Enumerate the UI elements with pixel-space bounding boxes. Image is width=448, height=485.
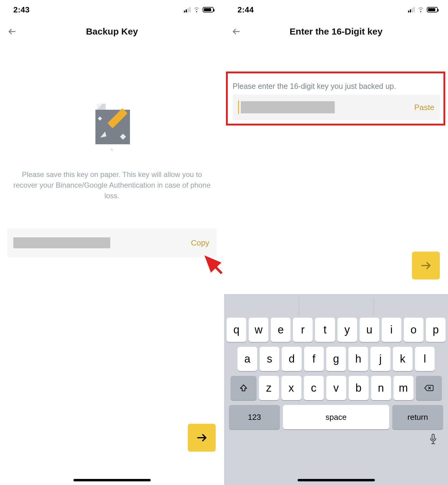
wifi-icon [417, 7, 424, 12]
keyboard-suggestions[interactable] [224, 298, 448, 316]
input-value-redacted [241, 101, 335, 113]
arrow-left-icon [232, 27, 241, 36]
key-t[interactable]: t [315, 318, 335, 342]
dictation-icon[interactable] [429, 433, 438, 446]
key-x[interactable]: x [281, 376, 301, 400]
write-note-icon [89, 101, 135, 153]
arrow-left-icon [8, 27, 17, 36]
backspace-icon [424, 384, 434, 392]
key-k[interactable]: k [393, 347, 413, 371]
key-return[interactable]: return [392, 405, 443, 429]
cellular-icon [408, 7, 415, 12]
page-title: Enter the 16-Digit key [224, 26, 448, 37]
header: Backup Key [0, 19, 224, 44]
key-d[interactable]: d [282, 347, 301, 371]
key-m[interactable]: m [393, 376, 413, 400]
home-indicator[interactable] [297, 479, 375, 481]
key-a[interactable]: a [237, 347, 257, 371]
keyboard-row-3: z x c v b n m [227, 376, 446, 400]
back-button[interactable] [3, 22, 21, 41]
key-z[interactable]: z [259, 376, 279, 400]
key-input[interactable]: Paste [233, 95, 440, 120]
screen-enter-key: 2:44 Enter the 16-Digit key Please enter… [224, 0, 448, 485]
key-p[interactable]: p [426, 318, 446, 342]
backup-key-value-redacted [13, 237, 110, 248]
status-icons [184, 7, 214, 12]
cellular-icon [184, 7, 191, 12]
shift-icon [239, 384, 248, 392]
key-q[interactable]: q [227, 318, 246, 342]
text-cursor [238, 101, 239, 114]
status-time: 2:43 [13, 5, 30, 15]
svg-line-11 [208, 259, 222, 273]
arrow-right-icon [420, 259, 432, 272]
ios-keyboard: q w e r t y u i o p a s d f g h [224, 294, 448, 485]
key-w[interactable]: w [249, 318, 268, 342]
key-b[interactable]: b [349, 376, 369, 400]
keyboard-row-1: q w e r t y u i o p [227, 318, 446, 342]
key-shift[interactable] [231, 376, 257, 400]
key-g[interactable]: g [326, 347, 346, 371]
status-icons [408, 7, 438, 12]
key-s[interactable]: s [260, 347, 279, 371]
key-v[interactable]: v [326, 376, 346, 400]
keyboard-row-2: a s d f g h j k l [227, 347, 446, 371]
back-button[interactable] [227, 22, 245, 41]
key-u[interactable]: u [360, 318, 379, 342]
keyboard-row-4: 123 space return [227, 405, 446, 429]
next-button[interactable] [188, 424, 216, 452]
key-r[interactable]: r [293, 318, 313, 342]
status-bar: 2:43 [0, 0, 224, 19]
arrow-right-icon [196, 432, 208, 444]
screen-backup-key: 2:43 Backup Key [0, 0, 224, 485]
status-bar: 2:44 [224, 0, 448, 19]
svg-rect-8 [110, 148, 113, 151]
key-h[interactable]: h [348, 347, 368, 371]
key-f[interactable]: f [304, 347, 324, 371]
battery-icon [427, 7, 438, 12]
key-n[interactable]: n [371, 376, 391, 400]
key-o[interactable]: o [404, 318, 423, 342]
wifi-icon [193, 7, 200, 12]
key-e[interactable]: e [271, 318, 290, 342]
next-button[interactable] [412, 252, 440, 279]
key-123[interactable]: 123 [229, 405, 280, 429]
key-i[interactable]: i [382, 318, 401, 342]
prompt-text: Please enter the 16-digit key you just b… [233, 82, 396, 91]
status-time: 2:44 [237, 5, 254, 15]
home-indicator[interactable] [73, 479, 151, 481]
page-title: Backup Key [0, 26, 224, 37]
paste-button[interactable]: Paste [414, 103, 435, 112]
key-l[interactable]: l [415, 347, 435, 371]
battery-icon [203, 7, 214, 12]
backup-key-field: Copy [7, 228, 217, 257]
copy-button[interactable]: Copy [191, 238, 209, 248]
key-backspace[interactable] [416, 376, 442, 400]
description-text: Please save this key on paper. This key … [7, 169, 217, 201]
key-j[interactable]: j [370, 347, 390, 371]
illustration [7, 101, 217, 153]
key-y[interactable]: y [337, 318, 357, 342]
key-space[interactable]: space [283, 405, 389, 429]
header: Enter the 16-Digit key [224, 19, 448, 44]
svg-rect-16 [432, 434, 434, 440]
key-c[interactable]: c [304, 376, 324, 400]
annotation-arrow [204, 255, 225, 276]
